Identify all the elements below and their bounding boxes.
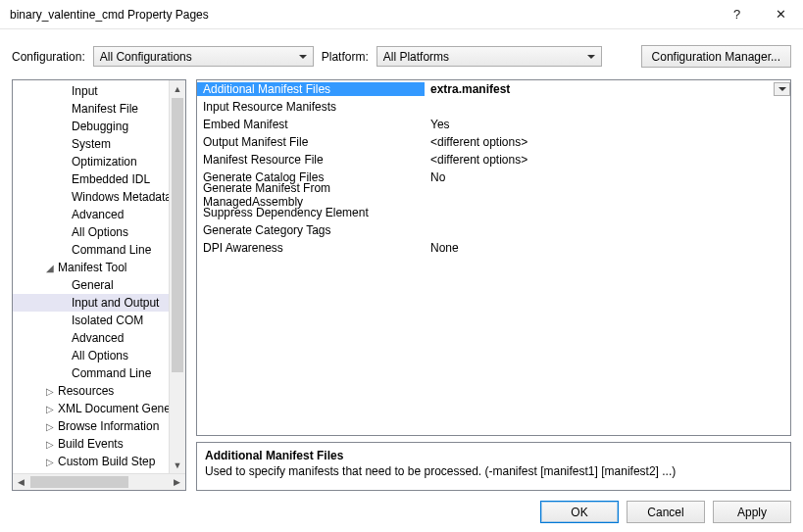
tree-item[interactable]: System [13,135,185,153]
help-button[interactable]: ? [715,0,759,29]
property-row[interactable]: Output Manifest File<different options> [197,133,790,151]
tree-item[interactable]: ▷Browse Information [13,417,185,435]
tree-item[interactable]: ◢Manifest Tool [13,259,185,276]
property-row[interactable]: Generate Category Tags [197,221,790,239]
tree-item[interactable]: Manifest File [13,100,185,118]
property-name: Embed Manifest [197,118,425,131]
tree-expander-icon[interactable]: ▷ [44,386,56,397]
tree-horizontal-scrollbar[interactable]: ◀ ▶ [13,473,185,490]
tree-expander-icon[interactable]: ▷ [44,421,56,432]
property-row[interactable]: Generate Manifest From ManagedAssembly [197,186,790,204]
scroll-thumb[interactable] [30,476,128,488]
tree-item[interactable]: Command Line [13,241,185,259]
config-toolbar: Configuration: All Configurations Platfo… [0,29,803,79]
tree-item[interactable]: Embedded IDL [13,170,185,188]
property-value[interactable]: <different options> [425,153,790,167]
property-grid: Additional Manifest Filesextra.manifestI… [196,79,791,436]
tree-item[interactable]: Isolated COM [13,312,185,329]
body-area: InputManifest FileDebuggingSystemOptimiz… [0,79,803,491]
tree-item[interactable]: ▷Build Events [13,435,185,453]
property-row[interactable]: Input Resource Manifests [197,98,790,116]
tree-item-label: Embedded IDL [72,172,150,186]
ok-button[interactable]: OK [540,501,619,523]
tree-content: InputManifest FileDebuggingSystemOptimiz… [13,80,185,473]
property-row[interactable]: Embed ManifestYes [197,116,790,133]
tree-item-label: Build Events [58,437,124,451]
tree-item-label: XML Document Genera [58,402,181,415]
property-value[interactable]: Yes [425,118,790,131]
tree-item[interactable]: Advanced [13,329,185,347]
scroll-right-icon[interactable]: ▶ [169,474,185,490]
chevron-down-icon [778,87,786,91]
tree-item-label: Resources [58,384,114,398]
close-button[interactable]: ✕ [759,0,803,29]
property-name: Generate Manifest From ManagedAssembly [197,181,425,209]
platform-value: All Platforms [383,50,449,64]
tree-item-label: Manifest Tool [58,261,126,274]
tree-item[interactable]: ▷XML Document Genera [13,400,185,417]
property-value[interactable]: extra.manifest [425,82,790,96]
tree-expander-icon[interactable]: ▷ [44,439,56,450]
property-dropdown-button[interactable] [774,82,790,96]
tree-item[interactable]: General [13,276,185,294]
nav-tree: InputManifest FileDebuggingSystemOptimiz… [12,79,186,491]
tree-item[interactable]: ▷Resources [13,382,185,400]
apply-button[interactable]: Apply [713,501,791,523]
tree-item[interactable]: All Options [13,223,185,241]
property-value[interactable]: None [425,241,790,255]
scroll-down-icon[interactable]: ▼ [170,457,185,473]
configuration-label: Configuration: [12,50,85,64]
window-title: binary_valentine_cmd Property Pages [10,8,715,22]
tree-item[interactable]: Debugging [13,118,185,135]
property-name: Generate Category Tags [197,223,425,237]
tree-item-label: Browse Information [58,419,159,433]
tree-vertical-scrollbar[interactable]: ▲ ▼ [169,80,185,473]
tree-expander-icon[interactable]: ◢ [44,263,56,273]
tree-item-label: Command Line [72,366,151,380]
tree-item[interactable]: Windows Metadata [13,188,185,206]
dialog-button-row: OK Cancel Apply [0,491,803,532]
property-name: Suppress Dependency Element [197,206,425,219]
description-title: Additional Manifest Files [205,449,782,462]
configuration-dropdown[interactable]: All Configurations [93,46,314,67]
scroll-thumb[interactable] [172,98,183,372]
property-name: Additional Manifest Files [197,82,425,96]
tree-item[interactable]: Command Line [13,364,185,382]
tree-expander-icon[interactable]: ▷ [44,457,56,467]
property-value[interactable]: <different options> [425,135,790,149]
tree-item-label: General [72,278,114,292]
description-text: Used to specify manifests that need to b… [205,464,782,478]
property-row[interactable]: DPI AwarenessNone [197,239,790,257]
tree-item[interactable]: All Options [13,347,185,364]
tree-item-label: Debugging [72,120,128,133]
tree-item[interactable]: Optimization [13,153,185,170]
property-value[interactable]: No [425,170,790,184]
tree-item-label: Custom Build Step [58,455,155,468]
tree-item-label: Optimization [72,155,137,169]
tree-item-label: Windows Metadata [72,190,172,204]
property-row[interactable]: Additional Manifest Filesextra.manifest [197,80,790,98]
cancel-button[interactable]: Cancel [627,501,705,523]
tree-item[interactable]: Input [13,82,185,100]
tree-item-label: Input and Output [72,296,159,310]
configuration-manager-button[interactable]: Configuration Manager... [641,45,791,68]
property-name: DPI Awareness [197,241,425,255]
property-row[interactable]: Suppress Dependency Element [197,204,790,221]
tree-item-label: Advanced [72,208,124,221]
platform-dropdown[interactable]: All Platforms [376,46,602,67]
property-row[interactable]: Manifest Resource File<different options… [197,151,790,169]
description-box: Additional Manifest Files Used to specif… [196,442,791,491]
tree-item-label: Isolated COM [72,314,143,327]
scroll-up-icon[interactable]: ▲ [170,80,185,97]
titlebar: binary_valentine_cmd Property Pages ? ✕ [0,0,803,29]
chevron-down-icon [587,55,595,59]
scroll-left-icon[interactable]: ◀ [13,474,29,490]
tree-item-label: Input [72,84,98,98]
tree-item-label: All Options [72,349,128,363]
tree-item-label: Advanced [72,331,124,345]
tree-item[interactable]: ▷Custom Build Step [13,453,185,470]
tree-item[interactable]: Advanced [13,206,185,223]
tree-item[interactable]: Input and Output [13,294,185,312]
chevron-down-icon [299,55,307,59]
tree-expander-icon[interactable]: ▷ [44,404,56,414]
